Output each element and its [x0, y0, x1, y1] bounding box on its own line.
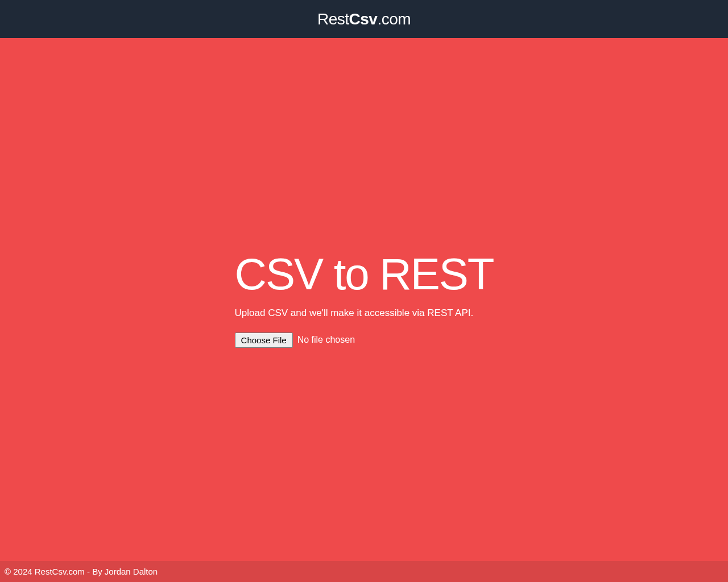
copyright-text: © 2024 RestCsv.com - By Jordan Dalton	[5, 567, 158, 576]
logo[interactable]: RestCsv.com	[317, 10, 411, 28]
logo-text-dotcom: .com	[377, 10, 411, 28]
logo-text-csv: Csv	[349, 10, 378, 28]
choose-file-button[interactable]: Choose File	[235, 332, 293, 348]
footer: © 2024 RestCsv.com - By Jordan Dalton	[0, 561, 728, 582]
hero-subtitle: Upload CSV and we'll make it accessible …	[235, 307, 494, 319]
header: RestCsv.com	[0, 0, 728, 38]
hero-section: CSV to REST Upload CSV and we'll make it…	[235, 252, 494, 348]
main-content: CSV to REST Upload CSV and we'll make it…	[0, 38, 728, 561]
hero-title: CSV to REST	[235, 252, 494, 296]
logo-text-rest: Rest	[317, 10, 349, 28]
file-status-text: No file chosen	[297, 335, 355, 345]
file-input-wrapper: Choose File No file chosen	[235, 332, 494, 348]
